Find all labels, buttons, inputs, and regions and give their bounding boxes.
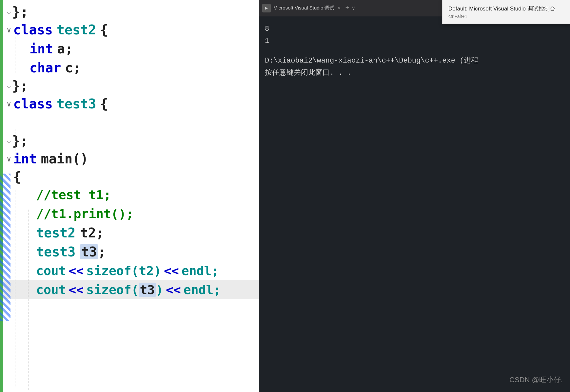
tooltip-title: Default: Microsoft Visual Studio 调试控制台 xyxy=(448,5,564,13)
keyword-int-a: int xyxy=(29,41,53,56)
var-t3-in-sizeof: t3 xyxy=(139,283,156,297)
code-editor-panel: ⌵ }; ∨ class test2 { int a; char c; xyxy=(0,0,259,392)
console-output: 8 1 D:\xiaobai2\wang-xiaozi-ah\c++\Debug… xyxy=(259,16,570,86)
code-line-close-test3: ⌵ }; xyxy=(3,132,259,149)
console-tab-plus[interactable]: + xyxy=(345,4,349,12)
code-line-comment1: //test t1; xyxy=(3,185,259,204)
keyword-class-2: class xyxy=(13,96,52,111)
var-c: c; xyxy=(65,60,81,75)
code-line-char-c: char c; xyxy=(3,58,259,77)
console-line-8: 8 xyxy=(265,23,564,35)
op-lshift4: << xyxy=(166,283,181,297)
console-line-path: D:\xiaobai2\wang-xiaozi-ah\c++\Debug\c++… xyxy=(265,55,564,67)
console-panel: Default: Microsoft Visual Studio 调试控制台 c… xyxy=(259,0,570,392)
sizeof-t3-prefix: sizeof( xyxy=(86,283,139,297)
var-t2: t2; xyxy=(80,225,104,240)
console-line-empty xyxy=(265,47,564,55)
op-lshift1: << xyxy=(69,264,84,278)
code-line-int-main: ∨ int main() xyxy=(3,149,259,168)
vline-test3 xyxy=(15,129,15,165)
code-line-empty xyxy=(3,113,259,132)
code-line-cout2: cout << sizeof( t3 ) << endl; xyxy=(3,280,259,299)
code-line-comment2: //t1.print(); xyxy=(3,204,259,223)
op-lshift3: << xyxy=(69,283,84,297)
fold-arrow-test3[interactable]: ∨ xyxy=(7,99,11,109)
code-line-int-a: int a; xyxy=(3,39,259,58)
code-line-class-test2: ∨ class test2 { xyxy=(3,20,259,39)
classname-test2: test2 xyxy=(57,22,96,37)
func-main: main() xyxy=(41,151,88,166)
cout2: cout xyxy=(36,283,66,297)
console-tab-close[interactable]: ✕ xyxy=(338,5,341,11)
code-line-class-test3: ∨ class test3 { xyxy=(3,94,259,113)
code-line-test3-t3: test3 t3 ; xyxy=(3,242,259,261)
vline-test2 xyxy=(15,37,15,73)
code-line-close-test2: ⌵ }; xyxy=(3,77,259,94)
comment-test-t1: //test t1; xyxy=(36,188,111,202)
vline-main-outer xyxy=(15,190,15,386)
fold-arrow-main[interactable]: ∨ xyxy=(7,154,11,164)
console-line-press: 按任意键关闭此窗口. . . xyxy=(265,67,564,79)
sizeof-t2: sizeof(t2) xyxy=(86,264,161,278)
classname-test3: test3 xyxy=(57,96,96,111)
debug-breakpoint-stripe xyxy=(0,174,10,321)
brace-close-test2: }; xyxy=(12,78,28,93)
sizeof-t3-suffix: ) xyxy=(156,283,163,297)
code-line-open-main: { xyxy=(3,168,259,185)
open-brace-main: { xyxy=(13,169,21,184)
console-tab-label[interactable]: Microsoft Visual Studio 调试 xyxy=(273,5,334,11)
fold-arrow-test2[interactable]: ∨ xyxy=(7,25,11,35)
vline-main-inner xyxy=(28,210,29,390)
code-line-cout1: cout << sizeof(t2) << endl; xyxy=(3,261,259,280)
keyword-int-main: int xyxy=(13,151,37,166)
brace-close: }; xyxy=(12,4,29,19)
fold-close-test2: ⌵ xyxy=(7,82,11,90)
code-line-close1: ⌵ }; xyxy=(3,3,259,20)
terminal-icon: ▶ xyxy=(265,5,268,11)
cout1: cout xyxy=(36,264,66,278)
open-brace-1: { xyxy=(100,22,108,37)
type-test3: test3 xyxy=(36,244,75,259)
keyword-class-1: class xyxy=(13,22,52,37)
console-line-1: 1 xyxy=(265,35,564,47)
fold-close-test3: ⌵ xyxy=(7,137,11,145)
type-test2: test2 xyxy=(36,225,75,240)
var-t3-highlighted: t3 xyxy=(80,244,98,259)
tooltip-box: Default: Microsoft Visual Studio 调试控制台 c… xyxy=(442,0,570,24)
console-tab-chevron[interactable]: ∨ xyxy=(352,5,355,11)
semicolon-t3: ; xyxy=(98,244,106,259)
var-a: a; xyxy=(57,41,73,56)
tooltip-shortcut: ctrl+alt+1 xyxy=(448,14,564,19)
keyword-char: char xyxy=(29,60,61,75)
code-content: ⌵ }; ∨ class test2 { int a; char c; xyxy=(3,0,259,392)
console-icon: ▶ xyxy=(262,4,271,12)
csdn-watermark: CSDN @旺小仔. xyxy=(509,375,563,385)
comment-t1-print: //t1.print(); xyxy=(36,207,133,221)
open-brace-test3: { xyxy=(100,96,108,111)
op-lshift2: << xyxy=(164,264,179,278)
fold-close-arrow: ⌵ xyxy=(7,8,11,16)
endl1: endl; xyxy=(182,264,219,278)
code-line-test2-t2: test2 t2; xyxy=(3,223,259,242)
endl2: endl; xyxy=(184,283,221,297)
